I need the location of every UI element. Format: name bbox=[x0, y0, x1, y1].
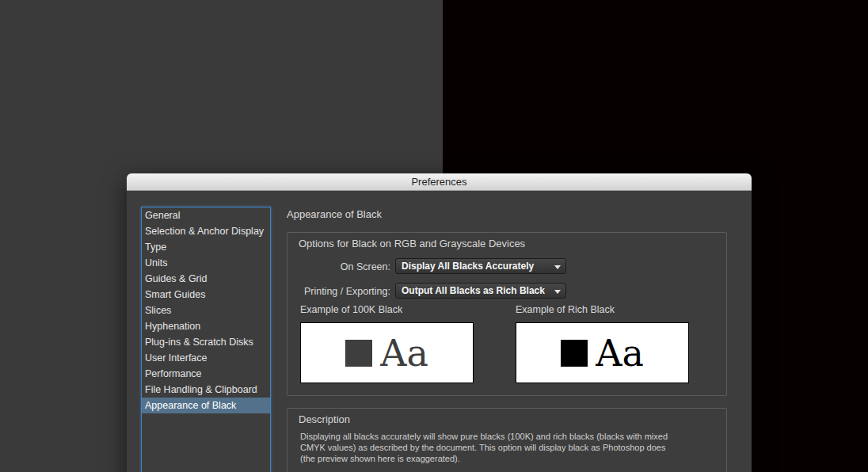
example-rich-label: Example of Rich Black bbox=[516, 304, 615, 315]
description-groupbox: Description Displaying all blacks accura… bbox=[287, 408, 727, 472]
sidebar-item-smart-guides[interactable]: Smart Guides bbox=[142, 287, 270, 303]
preferences-dialog: Preferences General Selection & Anchor D… bbox=[127, 173, 752, 472]
sidebar-item-file-handling-clipboard[interactable]: File Handling & Clipboard bbox=[142, 382, 270, 398]
sidebar-item-performance[interactable]: Performance bbox=[142, 366, 270, 382]
sidebar-item-appearance-of-black[interactable]: Appearance of Black bbox=[142, 398, 270, 413]
printing-exporting-dropdown[interactable]: Output All Blacks as Rich Black bbox=[395, 283, 566, 299]
description-line: Displaying all blacks accurately will sh… bbox=[300, 431, 717, 442]
sidebar-item-selection-anchor-display[interactable]: Selection & Anchor Display bbox=[142, 223, 270, 239]
sidebar-item-guides-grid[interactable]: Guides & Grid bbox=[142, 271, 270, 287]
on-screen-label: On Screen: bbox=[287, 259, 390, 275]
dialog-titlebar[interactable]: Preferences bbox=[127, 173, 752, 191]
sidebar-item-type[interactable]: Type bbox=[142, 239, 270, 255]
sidebar-item-user-interface[interactable]: User Interface bbox=[142, 350, 270, 366]
chevron-down-icon bbox=[554, 265, 561, 269]
description-text: Displaying all blacks accurately will sh… bbox=[300, 431, 717, 464]
description-line: CMYK values) as described by the documen… bbox=[300, 442, 717, 453]
options-group-title: Options for Black on RGB and Grayscale D… bbox=[299, 238, 525, 249]
preferences-category-list: General Selection & Anchor Display Type … bbox=[141, 207, 271, 472]
example-rich-aa-text: Aa bbox=[596, 335, 644, 371]
printing-exporting-label: Printing / Exporting: bbox=[287, 284, 390, 299]
sidebar-item-units[interactable]: Units bbox=[142, 255, 270, 271]
description-group-title: Description bbox=[299, 413, 350, 425]
sidebar-item-slices[interactable]: Slices bbox=[142, 303, 270, 318]
rich-black-swatch bbox=[561, 340, 588, 367]
on-screen-dropdown[interactable]: Display All Blacks Accurately bbox=[395, 258, 566, 274]
on-screen-dropdown-value: Display All Blacks Accurately bbox=[402, 259, 534, 273]
example-rich-preview: Aa bbox=[516, 322, 689, 383]
panel-title: Appearance of Black bbox=[287, 208, 382, 220]
sidebar-item-plugins-scratch-disks[interactable]: Plug-ins & Scratch Disks bbox=[142, 334, 270, 350]
description-line: (the preview shown here is exaggerated). bbox=[300, 453, 717, 464]
printing-exporting-dropdown-value: Output All Blacks as Rich Black bbox=[402, 284, 545, 298]
options-groupbox: Options for Black on RGB and Grayscale D… bbox=[287, 232, 727, 396]
sidebar-item-hyphenation[interactable]: Hyphenation bbox=[142, 318, 270, 334]
example-100k-label: Example of 100K Black bbox=[300, 304, 402, 315]
example-100k-preview: Aa bbox=[300, 322, 474, 383]
black-100k-swatch bbox=[345, 340, 372, 367]
dialog-title: Preferences bbox=[411, 176, 466, 188]
sidebar-item-general[interactable]: General bbox=[142, 207, 270, 223]
chevron-down-icon bbox=[554, 290, 561, 294]
example-100k-aa-text: Aa bbox=[380, 335, 428, 371]
